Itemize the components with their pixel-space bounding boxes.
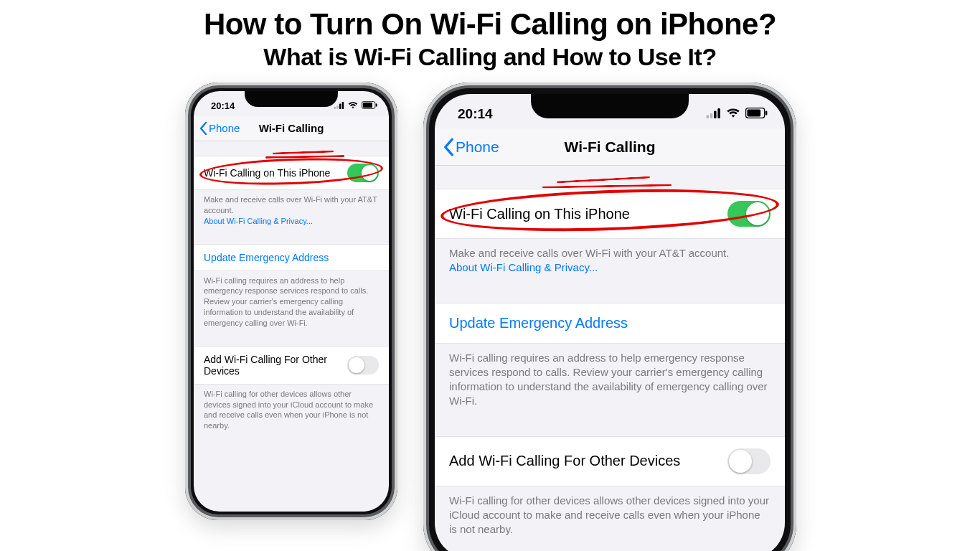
chevron-left-icon (443, 138, 454, 156)
svg-rect-13 (765, 110, 767, 115)
other-devices-label: Add Wi-Fi Calling For Other Devices (204, 354, 347, 377)
update-emergency-row[interactable]: Update Emergency Address (435, 303, 785, 344)
svg-rect-12 (747, 110, 760, 117)
wifi-calling-row[interactable]: Wi-Fi Calling on This iPhone (194, 156, 389, 190)
other-devices-toggle[interactable] (727, 448, 771, 474)
svg-rect-1 (336, 105, 339, 109)
back-label: Phone (456, 138, 499, 156)
emergency-footer: Wi-Fi calling requires an address to hel… (435, 344, 785, 413)
wifi-calling-row[interactable]: Wi-Fi Calling on This iPhone (435, 189, 785, 239)
wifi-calling-toggle[interactable] (727, 201, 771, 227)
iphone-mockup-small: 20:14 Ph (185, 83, 397, 520)
footer1-text: Make and receive calls over Wi-Fi with y… (449, 247, 729, 259)
svg-rect-9 (714, 111, 717, 119)
svg-rect-10 (717, 108, 720, 118)
nav-bar: Phone Wi-Fi Calling (194, 116, 389, 141)
other-devices-row[interactable]: Add Wi-Fi Calling For Other Devices (194, 346, 389, 385)
illustration-area: 20:14 Ph (0, 83, 980, 542)
other-devices-label: Add Wi-Fi Calling For Other Devices (449, 453, 680, 469)
wifi-icon (726, 106, 740, 122)
phone-notch (245, 91, 338, 107)
update-emergency-row[interactable]: Update Emergency Address (194, 244, 389, 271)
phone-screen: 20:14 Ph (435, 94, 785, 551)
battery-icon (745, 106, 768, 122)
back-button[interactable]: Phone (443, 138, 499, 156)
wifi-calling-toggle[interactable] (347, 164, 379, 182)
update-emergency-label: Update Emergency Address (449, 315, 628, 331)
other-devices-footer: Wi-Fi calling for other devices allows o… (194, 385, 389, 434)
page-title: How to Turn On Wi-Fi Calling on iPhone? (0, 7, 980, 42)
status-time: 20:14 (458, 106, 493, 122)
status-icons (706, 106, 768, 122)
about-wifi-calling-link[interactable]: About Wi-Fi Calling & Privacy... (449, 261, 598, 273)
wifi-calling-footer: Make and receive calls over Wi-Fi with y… (194, 190, 389, 230)
other-devices-row[interactable]: Add Wi-Fi Calling For Other Devices (435, 436, 785, 486)
svg-rect-5 (363, 102, 372, 107)
emergency-footer: Wi-Fi calling requires an address to hel… (194, 271, 389, 331)
screen-title: Wi-Fi Calling (259, 122, 324, 134)
svg-rect-2 (339, 103, 341, 109)
svg-rect-3 (342, 102, 344, 109)
svg-rect-8 (710, 113, 713, 118)
chevron-left-icon (199, 122, 207, 135)
wifi-calling-label: Wi-Fi Calling on This iPhone (449, 206, 630, 222)
page-subtitle: What is Wi-Fi Calling and How to Use It? (0, 43, 980, 71)
svg-rect-0 (334, 106, 336, 108)
iphone-mockup-large: 20:14 Ph (423, 83, 796, 551)
phone-notch (531, 94, 689, 118)
other-devices-footer: Wi-Fi calling for other devices allows o… (435, 486, 785, 542)
wifi-calling-label: Wi-Fi Calling on This iPhone (204, 167, 330, 179)
wifi-calling-footer: Make and receive calls over Wi-Fi with y… (435, 239, 785, 280)
screen-title: Wi-Fi Calling (565, 138, 656, 156)
back-label: Phone (209, 122, 240, 134)
wifi-icon (348, 100, 358, 111)
phone-screen: 20:14 Ph (194, 91, 389, 512)
other-devices-toggle[interactable] (347, 356, 379, 375)
about-wifi-calling-link[interactable]: About Wi-Fi Calling & Privacy... (204, 217, 313, 225)
footer1-text: Make and receive calls over Wi-Fi with y… (204, 195, 377, 215)
svg-rect-7 (707, 115, 710, 118)
cellular-icon (706, 106, 721, 122)
status-icons (334, 100, 377, 111)
nav-bar: Phone Wi-Fi Calling (435, 128, 785, 166)
back-button[interactable]: Phone (199, 122, 240, 135)
update-emergency-label: Update Emergency Address (204, 252, 329, 263)
battery-icon (362, 100, 377, 111)
status-time: 20:14 (211, 100, 235, 111)
svg-rect-6 (376, 103, 377, 106)
